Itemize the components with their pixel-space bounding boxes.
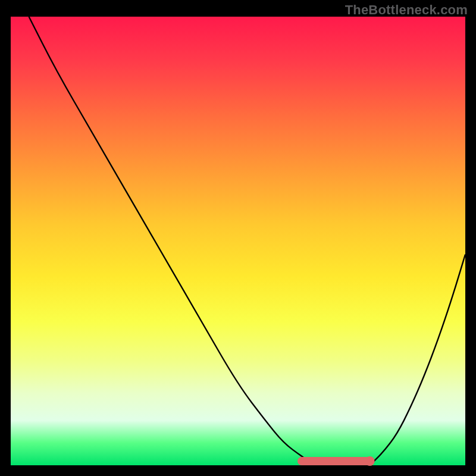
chart-svg-layer [11, 17, 465, 465]
left-descending-curve [29, 17, 325, 465]
marker-dot [365, 456, 375, 466]
watermark-text: TheBottleneck.com [345, 2, 468, 18]
right-ascending-curve [370, 255, 465, 465]
image-frame: TheBottleneck.com [0, 0, 476, 476]
chart-plot-area [11, 17, 465, 465]
